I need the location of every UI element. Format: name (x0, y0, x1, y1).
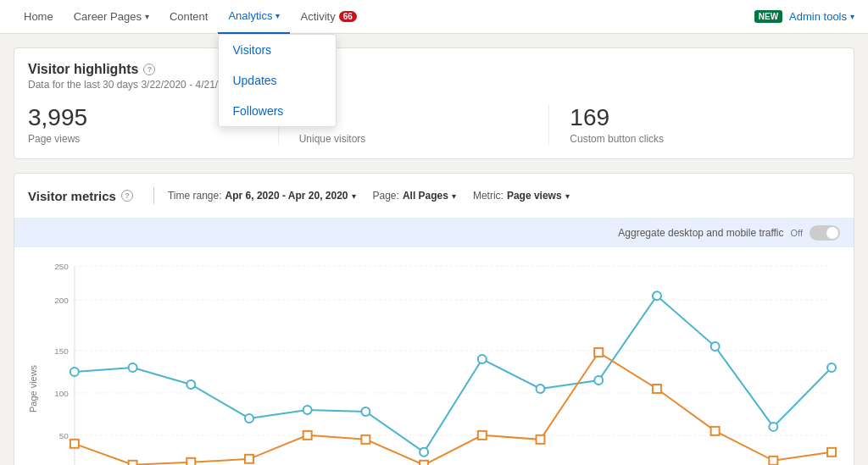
nav-home[interactable]: Home (14, 0, 64, 34)
activity-badge: 66 (339, 11, 357, 22)
highlight-unique-visitors: 4 Unique visitors (299, 104, 550, 145)
info-icon[interactable]: ? (121, 190, 133, 202)
main-content: Visitor highlights ? Data for the last 3… (0, 34, 868, 465)
dropdown-updates[interactable]: Updates (219, 65, 336, 96)
aggregate-label: Aggregate desktop and mobile traffic (618, 227, 783, 239)
svg-point-13 (70, 368, 79, 376)
svg-rect-36 (594, 348, 603, 357)
visitor-highlights-card: Visitor highlights ? Data for the last 3… (14, 47, 854, 159)
highlights-metrics-row: 3,995 Page views 4 Unique visitors 169 C… (28, 104, 840, 145)
svg-rect-40 (827, 448, 836, 457)
metric-filter: Metric: Page views ▾ (473, 190, 570, 202)
svg-rect-28 (129, 461, 137, 465)
aggregate-toggle[interactable] (810, 225, 840, 241)
vertical-divider (153, 187, 154, 204)
metric-filter-value[interactable]: Page views (507, 190, 562, 202)
svg-rect-34 (478, 431, 487, 440)
metrics-title: Visitor metrics ? (28, 189, 133, 203)
svg-rect-38 (711, 427, 720, 435)
aggregate-bar: Aggregate desktop and mobile traffic Off (14, 219, 854, 247)
svg-rect-30 (245, 455, 253, 463)
svg-point-20 (478, 355, 487, 363)
chevron-down-icon: ▾ (352, 191, 356, 201)
chart-area: Page views 250 200 150 100 50 0 Apr 6Apr… (14, 247, 854, 465)
svg-point-22 (594, 376, 603, 385)
chevron-down-icon: ▾ (850, 12, 854, 21)
svg-point-18 (361, 407, 370, 416)
svg-point-16 (245, 414, 253, 423)
nav-analytics[interactable]: Analytics ▾ Visitors Updates Followers (218, 0, 290, 34)
info-icon[interactable]: ? (143, 64, 155, 75)
svg-text:200: 200 (54, 296, 69, 305)
svg-point-23 (653, 291, 661, 300)
y-axis-label: Page views (28, 364, 38, 412)
svg-rect-35 (537, 435, 545, 444)
visitor-metrics-card: Visitor metrics ? Time range: Apr 6, 202… (14, 173, 854, 465)
svg-point-25 (769, 423, 777, 431)
metrics-header: Visitor metrics ? Time range: Apr 6, 202… (14, 174, 854, 219)
admin-tools-menu[interactable]: Admin tools ▾ (789, 10, 854, 23)
chevron-down-icon: ▾ (452, 191, 456, 201)
nav-content[interactable]: Content (159, 0, 219, 34)
svg-text:150: 150 (54, 346, 69, 356)
svg-text:250: 250 (54, 262, 69, 271)
svg-rect-33 (420, 461, 428, 465)
page-filter: Page: All Pages ▾ (373, 190, 456, 202)
nav-activity[interactable]: Activity 66 (290, 0, 366, 34)
time-range-value[interactable]: Apr 6, 2020 - Apr 20, 2020 (225, 190, 348, 202)
svg-point-17 (303, 406, 312, 414)
svg-point-24 (711, 342, 720, 351)
toggle-knob (826, 227, 838, 239)
svg-rect-32 (361, 435, 370, 444)
top-nav: Home Career Pages ▾ Content Analytics ▾ … (0, 0, 868, 34)
nav-career-pages[interactable]: Career Pages ▾ (64, 0, 159, 34)
unique-visitors-label: Unique visitors (299, 133, 529, 145)
page-filter-value[interactable]: All Pages (403, 190, 448, 202)
svg-text:100: 100 (54, 389, 69, 398)
svg-point-21 (537, 385, 545, 393)
svg-point-14 (129, 363, 137, 372)
highlights-subtitle: Data for the last 30 days 3/22/2020 - 4/… (28, 79, 840, 91)
time-range-filter: Time range: Apr 6, 2020 - Apr 20, 2020 ▾ (168, 190, 356, 202)
dropdown-followers[interactable]: Followers (219, 96, 336, 126)
svg-point-19 (420, 448, 428, 457)
svg-rect-39 (769, 457, 777, 465)
highlights-title: Visitor highlights ? (28, 62, 840, 77)
svg-point-26 (827, 363, 836, 372)
svg-rect-29 (186, 458, 195, 465)
svg-rect-31 (303, 431, 312, 440)
dropdown-visitors[interactable]: Visitors (219, 35, 336, 65)
chevron-down-icon: ▾ (565, 191, 570, 201)
new-badge: NEW (754, 10, 782, 23)
chevron-down-icon: ▾ (145, 12, 149, 21)
svg-text:50: 50 (59, 431, 70, 440)
analytics-dropdown: Visitors Updates Followers (218, 34, 337, 127)
svg-rect-27 (70, 440, 79, 448)
toggle-off-label: Off (791, 228, 803, 238)
page-views-label: Page views (28, 133, 258, 145)
custom-clicks-value: 169 (570, 104, 799, 131)
chevron-down-icon: ▾ (275, 11, 280, 20)
svg-point-15 (186, 380, 195, 389)
highlight-custom-clicks: 169 Custom button clicks (570, 104, 820, 145)
custom-clicks-label: Custom button clicks (570, 133, 799, 145)
line-chart: Page views 250 200 150 100 50 0 Apr 6Apr… (28, 257, 840, 465)
svg-rect-37 (653, 385, 661, 393)
